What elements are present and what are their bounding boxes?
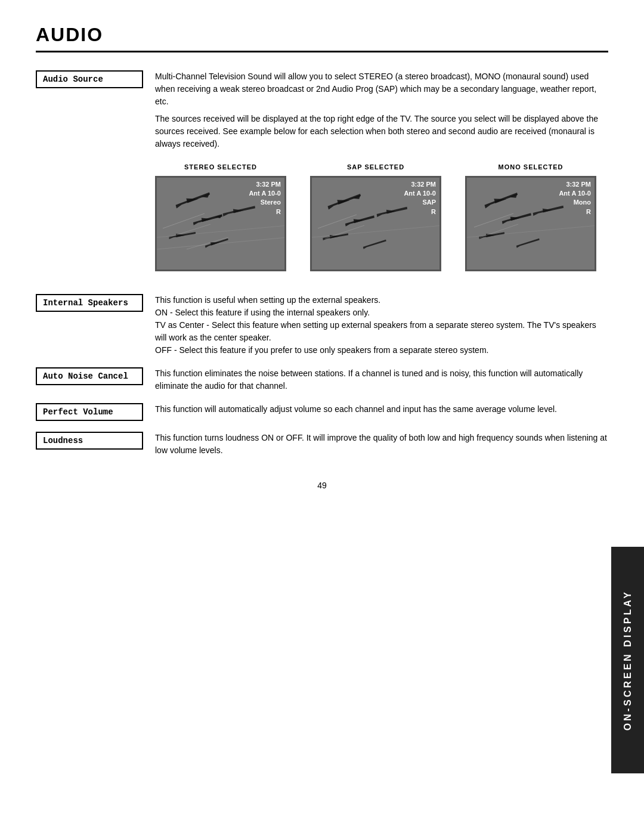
audio-source-para-2: The sources received will be displayed a…: [155, 113, 608, 150]
page-title: AUDIO: [36, 24, 608, 52]
stereo-time: 3:32 PM: [256, 181, 281, 188]
sap-selected-label: SAP SELECTED: [347, 162, 404, 172]
stereo-channel: Ant A 10-0: [249, 190, 281, 197]
loudness-para-0: This function turns loudness ON or OFF. …: [155, 432, 608, 457]
tv-screen-stereo: 3:32 PM Ant A 10-0 Stereo R: [155, 176, 286, 271]
tv-screen-mono: 3:32 PM Ant A 10-0 Mono R: [465, 176, 596, 271]
internal-speakers-para-1: ON - Select this feature if using the in…: [155, 306, 608, 319]
feature-content-perfect-volume: This function will automatically adjust …: [143, 403, 608, 416]
feature-label-auto-noise-cancel: Auto Noise Cancel: [36, 367, 143, 385]
feature-label-audio-source: Audio Source: [36, 70, 143, 88]
onscreen-sidebar: ON-SCREEN DISPLAY: [611, 547, 644, 773]
tv-screen-item-sap: SAP SELECTED: [310, 162, 441, 271]
feature-row-internal-speakers: Internal Speakers This function is usefu…: [36, 294, 608, 357]
stereo-selected-label: STEREO SELECTED: [184, 162, 257, 172]
sap-channel: Ant A 10-0: [404, 190, 436, 197]
tv-screens-row: STEREO SELECTED: [155, 162, 608, 271]
stereo-overlay: 3:32 PM Ant A 10-0 Stereo R: [249, 180, 281, 217]
sap-time: 3:32 PM: [411, 181, 436, 188]
mono-selected-label: MONO SELECTED: [499, 162, 564, 172]
sap-overlay: 3:32 PM Ant A 10-0 SAP R: [404, 180, 436, 217]
stereo-r: R: [276, 208, 281, 215]
feature-row-auto-noise-cancel: Auto Noise Cancel This function eliminat…: [36, 367, 608, 392]
internal-speakers-para-3: OFF - Select this feature if you prefer …: [155, 344, 608, 357]
feature-label-perfect-volume: Perfect Volume: [36, 403, 143, 421]
audio-source-para-1: Multi-Channel Television Sound will allo…: [155, 70, 608, 108]
mono-time: 3:32 PM: [566, 181, 591, 188]
sap-r: R: [431, 208, 436, 215]
feature-content-internal-speakers: This function is useful when setting up …: [143, 294, 608, 357]
mono-r: R: [586, 208, 591, 215]
tv-screen-item-mono: MONO SELECTED: [465, 162, 596, 271]
tv-screen-item-stereo: STEREO SELECTED: [155, 162, 286, 271]
feature-row-audio-source: Audio Source Multi-Channel Television So…: [36, 70, 608, 283]
internal-speakers-para-0: This function is useful when setting up …: [155, 294, 608, 306]
perfect-volume-para-0: This function will automatically adjust …: [155, 403, 608, 416]
sap-mode: SAP: [422, 199, 436, 206]
feature-content-loudness: This function turns loudness ON or OFF. …: [143, 432, 608, 457]
feature-content-auto-noise-cancel: This function eliminates the noise betwe…: [143, 367, 608, 392]
tv-screen-sap: 3:32 PM Ant A 10-0 SAP R: [310, 176, 441, 271]
onscreen-sidebar-text: ON-SCREEN DISPLAY: [623, 590, 633, 730]
mono-channel: Ant A 10-0: [559, 190, 591, 197]
feature-row-perfect-volume: Perfect Volume This function will automa…: [36, 403, 608, 421]
page: AUDIO Audio Source Multi-Channel Televis…: [0, 0, 644, 833]
mono-mode: Mono: [574, 199, 591, 206]
feature-row-loudness: Loudness This function turns loudness ON…: [36, 432, 608, 457]
stereo-mode: Stereo: [261, 199, 281, 206]
internal-speakers-para-2: TV as Center - Select this feature when …: [155, 319, 608, 344]
page-number: 49: [36, 481, 608, 490]
mono-overlay: 3:32 PM Ant A 10-0 Mono R: [559, 180, 591, 217]
feature-content-audio-source: Multi-Channel Television Sound will allo…: [143, 70, 608, 283]
tv-screens-section: STEREO SELECTED: [155, 162, 608, 271]
feature-label-loudness: Loudness: [36, 432, 143, 450]
feature-label-internal-speakers: Internal Speakers: [36, 294, 143, 312]
auto-noise-cancel-para-0: This function eliminates the noise betwe…: [155, 367, 608, 392]
